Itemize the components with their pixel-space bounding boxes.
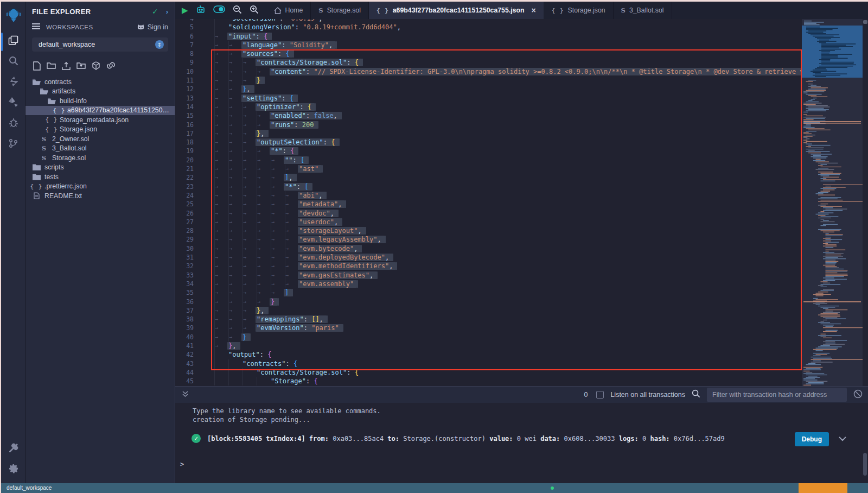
code-line[interactable]: 44"contracts/Storage.sol": { (175, 368, 796, 377)
code-line[interactable]: 14→→→"optimizer": { (175, 103, 796, 111)
tree-item[interactable]: contracts (25, 77, 175, 87)
editor-tab[interactable]: S3_Ballot.sol (614, 2, 672, 19)
code-line[interactable]: 5"solcLongVersion": "0.8.19+commit.7dd6d… (175, 23, 796, 31)
code-line[interactable]: 12→→}, (175, 85, 796, 93)
tree-item[interactable]: scripts (25, 163, 175, 173)
rail-git-icon[interactable] (1, 133, 25, 154)
code-line[interactable]: 36→→→→} (175, 298, 796, 306)
transaction-log-row[interactable]: ✓ [block:5583405 txIndex:4] from: 0xa03.… (192, 434, 725, 443)
code-line[interactable]: 17→→→}, (175, 129, 796, 138)
code-line[interactable]: 22→→→→→], (175, 173, 796, 182)
code-line[interactable]: 30→→→→→→"evm.bytecode", (175, 244, 796, 253)
tree-item[interactable]: build-info (25, 96, 175, 106)
statusbar-alert-badge[interactable] (799, 483, 847, 493)
code-line[interactable]: 16→→→→"runs": 200 (175, 121, 796, 129)
code-line[interactable]: 7→→"language": "Solidity", (175, 41, 796, 49)
code-line[interactable]: 31→→→→→→"evm.deployedBytecode", (175, 253, 796, 262)
tree-item[interactable]: S2_Owner.sol (25, 134, 175, 144)
upload-file-icon[interactable] (62, 61, 71, 71)
code-editor[interactable]: 4"solcVersion": "0.8.19",5"solcLongVersi… (175, 19, 868, 386)
rail-deploy-run-icon[interactable] (1, 92, 25, 112)
code-line[interactable]: 39→→→"evmVersion": "paris" (175, 324, 796, 332)
rail-settings-icon[interactable] (1, 458, 25, 479)
code-line[interactable]: 27→→→→→→"userdoc", (175, 218, 796, 226)
import-link-icon[interactable] (106, 61, 116, 71)
workspace-select[interactable]: default_workspace ⇕ (32, 37, 168, 52)
upload-folder-icon[interactable] (76, 61, 86, 71)
code-line[interactable]: 32→→→→→→"evm.methodIdentifiers", (175, 262, 796, 270)
editor-scrollbar[interactable] (863, 19, 868, 386)
terminal[interactable]: Type the library name to see available c… (175, 403, 868, 483)
tree-item[interactable]: { }.prettierrc.json (25, 182, 175, 192)
editor-tab[interactable]: { }Storage.json (544, 2, 614, 19)
chevron-right-icon[interactable]: › (166, 8, 168, 16)
create-folder-icon[interactable] (47, 61, 56, 71)
code-lines[interactable]: 4"solcVersion": "0.8.19",5"solcLongVersi… (175, 19, 796, 385)
ai-copilot-icon[interactable] (196, 5, 206, 16)
debug-button[interactable]: Debug (795, 432, 829, 446)
code-line[interactable]: 43"contracts": { (175, 359, 796, 368)
editor-tab[interactable]: Home (266, 2, 311, 19)
rail-debugger-icon[interactable] (1, 112, 25, 133)
rail-solidity-compiler-icon[interactable] (1, 71, 25, 92)
code-line[interactable]: 6→"input": { (175, 32, 796, 41)
code-line[interactable]: 8→→"sources": { (175, 49, 796, 58)
code-line[interactable]: 33→→→→→→"evm.gasEstimates", (175, 271, 796, 280)
code-line[interactable]: 21→→→→→→"ast" (175, 165, 796, 173)
copilot-toggle[interactable] (213, 5, 225, 15)
code-line[interactable]: 4"solcVersion": "0.8.19", (175, 19, 796, 23)
code-line[interactable]: 13→→"settings": { (175, 94, 796, 103)
code-line[interactable]: 29→→→→→→"evm.legacyAssembly", (175, 235, 796, 244)
code-line[interactable]: 15→→→→"enabled": false, (175, 111, 796, 120)
sign-in-button[interactable]: Sign in (137, 23, 168, 31)
code-line[interactable]: 42"output": { (175, 350, 796, 359)
remix-logo-icon[interactable] (1, 2, 25, 30)
tab-close-icon[interactable]: × (532, 6, 536, 15)
clear-console-icon[interactable] (853, 389, 863, 401)
tree-item[interactable]: artifacts (25, 87, 175, 97)
tree-item[interactable]: { }Storage.json (25, 125, 175, 135)
code-line[interactable]: 10→→→→"content": "// SPDX-License-Identi… (175, 67, 796, 76)
code-line[interactable]: 37→→→}, (175, 306, 796, 315)
libraries-cube-icon[interactable] (92, 61, 100, 71)
tree-item[interactable]: { }Storage_metadata.json (25, 115, 175, 125)
code-line[interactable]: 40→→} (175, 333, 796, 342)
rail-search-icon[interactable] (1, 50, 25, 71)
editor-tab[interactable]: { }a69b43f277ba20fcac141151250ca755.json… (369, 2, 544, 19)
minimap[interactable] (802, 19, 863, 386)
editor-tab[interactable]: SStorage.sol (311, 2, 369, 19)
scrollbar-thumb[interactable] (863, 20, 867, 24)
tree-item[interactable]: tests (25, 172, 175, 182)
run-script-button[interactable]: ▶ (182, 5, 188, 15)
code-line[interactable]: 20→→→→→"": [ (175, 156, 796, 165)
transaction-filter-input[interactable] (707, 388, 847, 402)
code-line[interactable]: 18→→→"outputSelection": { (175, 138, 796, 147)
terminal-expand-icon[interactable] (182, 390, 189, 400)
code-line[interactable]: 9→→→"contracts/Storage.sol": { (175, 58, 796, 67)
create-file-icon[interactable] (33, 61, 41, 71)
listen-checkbox[interactable] (596, 391, 604, 399)
code-line[interactable]: 26→→→→→→"devdoc", (175, 209, 796, 218)
tree-item[interactable]: S3_Ballot.sol (25, 144, 175, 154)
code-line[interactable]: 35→→→→→] (175, 288, 796, 297)
tx-expand-chevron-icon[interactable] (839, 435, 846, 443)
code-line[interactable]: 19→→→→"*": { (175, 147, 796, 155)
rail-file-explorer-icon[interactable] (1, 30, 25, 50)
tree-item[interactable]: SStorage.sol (25, 153, 175, 163)
tree-item[interactable]: { }a69b43f277ba20fcac141151250ca7... (25, 106, 175, 116)
tree-item[interactable]: README.txt (25, 191, 175, 201)
code-line[interactable]: 11→→→} (175, 76, 796, 85)
code-line[interactable]: 38→→→"remappings": [], (175, 315, 796, 324)
terminal-scrollbar[interactable] (863, 453, 867, 476)
code-line[interactable]: 25→→→→→→"metadata", (175, 200, 796, 208)
terminal-prompt[interactable]: > (180, 460, 184, 468)
code-line[interactable]: 24→→→→→→"abi", (175, 191, 796, 200)
code-line[interactable]: 23→→→→→"*": [ (175, 182, 796, 191)
code-line[interactable]: 41→}, (175, 342, 796, 350)
code-line[interactable]: 34→→→→→→"evm.assembly" (175, 280, 796, 288)
zoom-out-icon[interactable] (233, 5, 242, 16)
zoom-in-icon[interactable] (250, 5, 259, 16)
workspace-menu-icon[interactable] (32, 23, 41, 31)
rail-plugin-manager-icon[interactable] (1, 438, 25, 458)
code-line[interactable]: 45"Storage": { (175, 377, 796, 385)
